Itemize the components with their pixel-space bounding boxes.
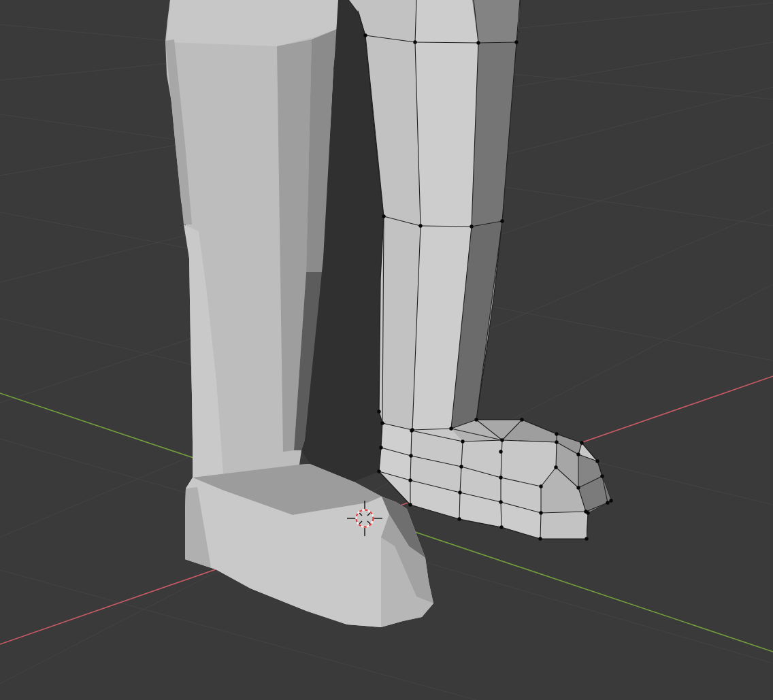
mesh-vertex[interactable]: [580, 441, 583, 444]
mesh-vertex[interactable]: [476, 41, 480, 44]
mesh-vertex[interactable]: [585, 537, 588, 540]
mesh-vertex[interactable]: [474, 418, 478, 421]
mesh-vertex[interactable]: [408, 478, 412, 482]
mesh-vertex[interactable]: [418, 224, 422, 227]
mesh-vertex[interactable]: [609, 499, 612, 502]
mesh-vertex[interactable]: [555, 432, 558, 435]
viewport-canvas[interactable]: [0, 0, 773, 700]
mesh-vertex[interactable]: [457, 517, 461, 520]
mesh-vertex[interactable]: [377, 410, 380, 413]
mesh-vertex[interactable]: [459, 465, 463, 468]
blender-3d-viewport[interactable]: [0, 0, 773, 700]
mesh-vertex[interactable]: [595, 459, 599, 463]
mesh-vertex[interactable]: [600, 474, 604, 478]
right-leg-facet-toe-bottom-quad: [540, 512, 587, 539]
mesh-vertex[interactable]: [413, 40, 416, 44]
mesh-vertex[interactable]: [555, 440, 558, 444]
mesh-vertex[interactable]: [409, 454, 412, 457]
mesh-vertex[interactable]: [554, 465, 557, 469]
mesh-vertex[interactable]: [500, 219, 504, 222]
mesh-vertex[interactable]: [410, 429, 413, 432]
mesh-vertex[interactable]: [499, 476, 502, 479]
mesh-vertex[interactable]: [514, 40, 518, 44]
mesh-vertex[interactable]: [500, 438, 504, 441]
mesh-vertex[interactable]: [606, 501, 609, 504]
mesh-vertex[interactable]: [470, 224, 473, 228]
mesh-vertex[interactable]: [363, 33, 367, 37]
mesh-vertex[interactable]: [538, 537, 542, 540]
mesh-vertex[interactable]: [520, 418, 523, 421]
mesh-vertex[interactable]: [539, 484, 542, 488]
mesh-vertex[interactable]: [380, 421, 384, 424]
mesh-vertex[interactable]: [461, 439, 464, 443]
mesh-vertex[interactable]: [382, 214, 385, 218]
mesh-vertex[interactable]: [499, 525, 503, 529]
mesh-vertex[interactable]: [586, 511, 589, 514]
mesh-vertex[interactable]: [377, 469, 380, 473]
mesh-vertex[interactable]: [576, 452, 580, 456]
mesh-vertex[interactable]: [449, 427, 453, 430]
mesh-vertex[interactable]: [408, 503, 412, 506]
right-leg-facet-dark-side-upper: [472, 0, 520, 43]
mesh-vertex[interactable]: [379, 446, 382, 449]
mesh-vertex[interactable]: [576, 486, 580, 489]
mesh-vertex[interactable]: [458, 490, 461, 494]
mesh-vertex[interactable]: [499, 500, 502, 503]
mesh-vertex[interactable]: [539, 511, 542, 514]
mesh-vertex[interactable]: [499, 450, 502, 453]
